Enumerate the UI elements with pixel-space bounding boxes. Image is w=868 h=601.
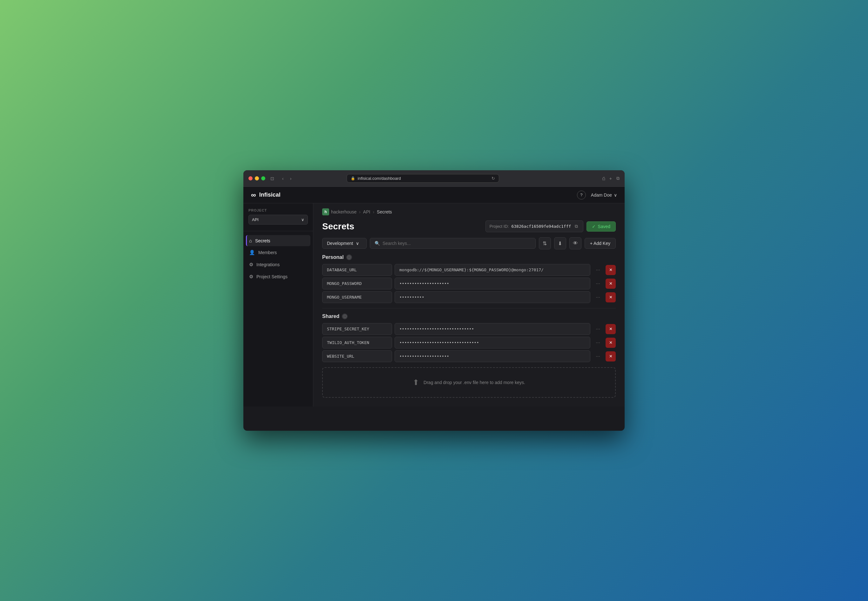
user-menu[interactable]: Adam Doe ∨ <box>591 192 617 198</box>
secret-more-button-4[interactable]: ··· <box>593 337 603 348</box>
sidebar-item-members-label: Members <box>258 250 277 255</box>
table-row: WEBSITE_URL •••••••••••••••••••• ··· ✕ <box>322 350 616 362</box>
traffic-lights <box>249 176 265 180</box>
sidebar-item-integrations[interactable]: ⚙ Integrations <box>246 259 310 270</box>
secret-delete-button-1[interactable]: ✕ <box>606 279 616 289</box>
user-chevron-icon: ∨ <box>614 192 617 198</box>
table-row: TWILIO_AUTH_TOKEN ••••••••••••••••••••••… <box>322 337 616 348</box>
personal-section-title: Personal <box>322 255 344 260</box>
reload-icon[interactable]: ↻ <box>491 176 495 181</box>
breadcrumb-project[interactable]: h hackerhouse <box>322 208 357 215</box>
address-bar[interactable]: 🔒 infisical.com/dashboard ↻ <box>346 174 499 183</box>
project-name: API <box>252 217 259 222</box>
maximize-button[interactable] <box>261 176 265 180</box>
download-button[interactable]: ⬇ <box>554 237 566 249</box>
secret-delete-button-0[interactable]: ✕ <box>606 265 616 275</box>
secret-more-button-3[interactable]: ··· <box>593 323 603 335</box>
secret-more-button-5[interactable]: ··· <box>593 351 603 362</box>
page-title: Secrets <box>322 221 354 232</box>
secret-key-twilio[interactable]: TWILIO_AUTH_TOKEN <box>322 337 392 348</box>
share-icon[interactable]: ⎙ <box>603 176 605 181</box>
secret-key-mongo-username[interactable]: MONGO_USERNAME <box>322 291 392 303</box>
secret-delete-button-2[interactable]: ✕ <box>606 292 616 302</box>
project-id-box: Project ID: 63826acf16509fe94adc1fff ⧉ <box>485 220 584 232</box>
env-chevron-icon: ∨ <box>356 241 359 246</box>
sort-button[interactable]: ⇅ <box>539 237 551 249</box>
shared-info-icon[interactable]: ⓘ <box>342 314 348 319</box>
shared-section-header: Shared ⓘ <box>322 314 616 319</box>
search-bar[interactable]: 🔍 <box>370 238 535 249</box>
secret-delete-button-3[interactable]: ✕ <box>606 324 616 334</box>
breadcrumb-sep-1: › <box>359 209 361 214</box>
secret-more-button-1[interactable]: ··· <box>593 278 603 289</box>
table-row: DATABASE_URL mongodb://${MONGO_USERNAME}… <box>322 264 616 276</box>
env-label: Development <box>327 241 353 246</box>
secret-value-website[interactable]: •••••••••••••••••••• <box>395 350 590 362</box>
sidebar-item-secrets[interactable]: ⌂ Secrets <box>246 235 310 246</box>
secret-more-button-2[interactable]: ··· <box>593 291 603 303</box>
sidebar-nav: ⌂ Secrets 👤 Members ⚙ Integrations ⚙ Pro… <box>243 235 313 282</box>
page-content: h hackerhouse › API › Secrets Secrets Pr… <box>313 203 625 407</box>
add-key-button[interactable]: + Add Key <box>584 238 616 249</box>
secret-value-mongo-username[interactable]: •••••••••• <box>395 291 590 303</box>
visibility-button[interactable]: 👁 <box>569 237 581 249</box>
project-avatar: h <box>322 208 329 215</box>
secret-value-mongo-password[interactable]: •••••••••••••••••••• <box>395 278 590 289</box>
secret-value-stripe[interactable]: •••••••••••••••••••••••••••••• <box>395 323 590 335</box>
sidebar-item-members[interactable]: 👤 Members <box>246 247 310 258</box>
copy-project-id-button[interactable]: ⧉ <box>574 223 579 230</box>
secret-delete-button-4[interactable]: ✕ <box>606 338 616 348</box>
breadcrumb-api[interactable]: API <box>363 209 371 214</box>
secret-key-stripe[interactable]: STRIPE_SECRET_KEY <box>322 323 392 335</box>
secret-more-button-0[interactable]: ··· <box>593 264 603 276</box>
back-button[interactable]: ‹ <box>281 175 285 182</box>
secret-delete-button-5[interactable]: ✕ <box>606 351 616 362</box>
close-button[interactable] <box>249 176 253 180</box>
user-name: Adam Doe <box>591 192 612 198</box>
new-tab-icon[interactable]: + <box>609 176 612 181</box>
search-icon: 🔍 <box>375 241 380 246</box>
project-id-value: 63826acf16509fe94adc1fff <box>511 224 571 229</box>
table-row: MONGO_PASSWORD •••••••••••••••••••• ··· … <box>322 278 616 289</box>
browser-actions: ⎙ + ⧉ <box>603 175 619 181</box>
sidebar-item-secrets-label: Secrets <box>255 238 270 243</box>
personal-info-icon[interactable]: ⓘ <box>346 255 352 260</box>
app-layout: ∞ Infisical ? Adam Doe ∨ PROJECT API ∨ <box>243 187 625 407</box>
breadcrumb-current: Secrets <box>377 209 392 214</box>
logo-icon: ∞ <box>251 191 256 199</box>
header-right: ? Adam Doe ∨ <box>577 191 617 200</box>
sidebar-item-settings-label: Project Settings <box>256 274 288 279</box>
project-selector[interactable]: API ∨ <box>249 215 308 224</box>
table-row: MONGO_USERNAME •••••••••• ··· ✕ <box>322 291 616 303</box>
home-icon: ⌂ <box>249 238 252 243</box>
saved-button[interactable]: ✓ Saved <box>586 221 616 232</box>
breadcrumb: h hackerhouse › API › Secrets <box>313 203 625 218</box>
secret-value-database-url[interactable]: mongodb://${MONGO_USERNAME}:${MONGO_PASS… <box>395 264 590 276</box>
breadcrumb-hackerhouse[interactable]: hackerhouse <box>331 209 357 214</box>
sidebar-item-integrations-label: Integrations <box>256 262 279 267</box>
drop-zone[interactable]: ⬆ Drag and drop your .env file here to a… <box>322 367 616 398</box>
logo-text: Infisical <box>259 192 281 198</box>
forward-button[interactable]: › <box>288 175 293 182</box>
app-header: ∞ Infisical ? Adam Doe ∨ <box>243 187 625 203</box>
sidebar-item-project-settings[interactable]: ⚙ Project Settings <box>246 271 310 282</box>
app-logo: ∞ Infisical <box>251 191 281 199</box>
help-button[interactable]: ? <box>577 191 586 200</box>
secret-value-twilio[interactable]: •••••••••••••••••••••••••••••••• <box>395 337 590 348</box>
browser-nav: ‹ › <box>281 175 293 182</box>
table-row: STRIPE_SECRET_KEY ••••••••••••••••••••••… <box>322 323 616 335</box>
sidebar-toggle-icon[interactable]: ⊡ <box>270 176 274 181</box>
search-input[interactable] <box>383 241 531 246</box>
minimize-button[interactable] <box>255 176 259 180</box>
shared-section-title: Shared <box>322 314 339 319</box>
environment-selector[interactable]: Development ∨ <box>322 238 367 249</box>
secret-key-mongo-password[interactable]: MONGO_PASSWORD <box>322 278 392 289</box>
secret-key-website[interactable]: WEBSITE_URL <box>322 350 392 362</box>
personal-section-header: Personal ⓘ <box>322 255 616 260</box>
url-text: infisical.com/dashboard <box>358 176 401 181</box>
tabs-icon[interactable]: ⧉ <box>616 175 619 181</box>
secret-key-database-url[interactable]: DATABASE_URL <box>322 264 392 276</box>
breadcrumb-sep-2: › <box>373 209 374 214</box>
secrets-container: Personal ⓘ DATABASE_URL mongodb://${MONG… <box>313 255 625 362</box>
lock-icon: 🔒 <box>351 176 355 180</box>
